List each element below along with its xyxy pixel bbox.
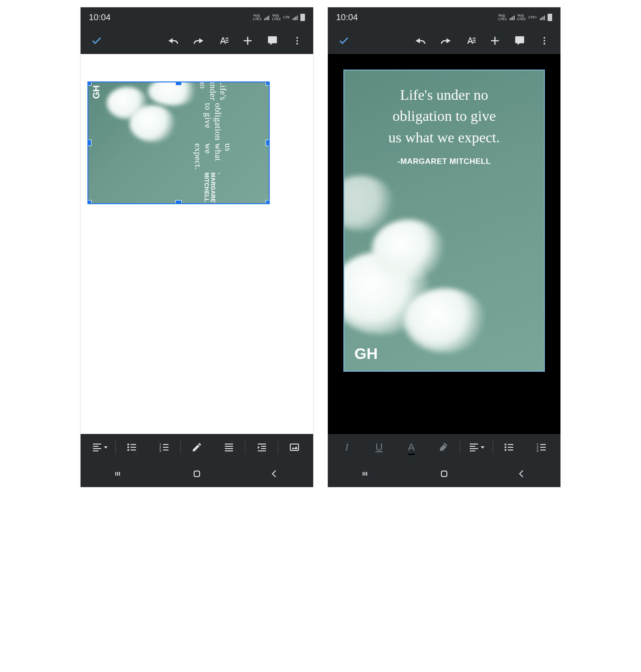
resize-handle-br[interactable] xyxy=(266,200,270,204)
signal-icon xyxy=(293,15,298,20)
text-format-button[interactable] xyxy=(460,30,481,51)
numbered-list-button[interactable]: 123 xyxy=(525,437,558,458)
sim1-label: Vo)) LTE1 xyxy=(498,14,507,21)
svg-text:3: 3 xyxy=(537,449,538,452)
recents-button[interactable] xyxy=(106,465,133,483)
svg-rect-16 xyxy=(473,42,476,43)
bullet-list-button[interactable] xyxy=(116,437,148,458)
svg-rect-12 xyxy=(290,444,299,450)
net-label: LTE xyxy=(283,16,290,19)
align-button[interactable] xyxy=(83,437,115,458)
indent-button[interactable] xyxy=(245,437,277,458)
redo-button[interactable] xyxy=(435,30,456,51)
svg-text:1: 1 xyxy=(537,443,538,446)
resize-handle-tr[interactable] xyxy=(266,81,270,86)
bullet-list-icon xyxy=(504,442,515,453)
resize-handle-bm[interactable] xyxy=(175,200,182,204)
svg-rect-1 xyxy=(225,40,228,41)
svg-rect-13 xyxy=(194,471,200,477)
net-label: LTE+ xyxy=(528,16,537,19)
pencil-icon xyxy=(191,442,202,453)
back-icon xyxy=(269,468,280,479)
comment-button[interactable] xyxy=(509,30,530,51)
undo-button[interactable] xyxy=(410,30,431,51)
done-button[interactable] xyxy=(86,30,107,51)
highlight-button[interactable] xyxy=(428,437,460,458)
brand-logo: GH xyxy=(354,345,378,363)
check-icon xyxy=(338,35,350,47)
svg-text:2: 2 xyxy=(159,446,161,449)
redo-icon xyxy=(192,35,204,47)
phone-right: 10:04 Vo)) LTE1 Vo)) LTE2 LTE+ xyxy=(327,7,561,488)
text-format-button[interactable] xyxy=(212,30,234,51)
resize-handle-mr[interactable] xyxy=(266,140,270,146)
signal-icon xyxy=(510,15,515,20)
svg-text:2: 2 xyxy=(537,446,538,449)
resize-handle-tm[interactable] xyxy=(175,81,182,86)
add-button[interactable] xyxy=(237,30,258,51)
battery-icon xyxy=(548,14,552,21)
selected-image[interactable]: GH Life's under no obligation to give us… xyxy=(87,81,270,204)
home-icon xyxy=(439,468,450,479)
format-toolbar: I U A 123 xyxy=(328,434,560,461)
svg-text:1: 1 xyxy=(159,443,161,446)
document-canvas-dark[interactable]: Life's under no obligation to give us wh… xyxy=(328,54,560,434)
italic-button[interactable]: I xyxy=(331,437,363,458)
resize-handle-bl[interactable] xyxy=(87,200,92,204)
svg-rect-14 xyxy=(473,38,476,39)
check-icon xyxy=(91,35,103,47)
align-left-icon xyxy=(92,442,103,453)
add-button[interactable] xyxy=(484,30,505,51)
svg-rect-0 xyxy=(225,38,228,39)
font-color-button[interactable]: A xyxy=(395,437,428,458)
svg-rect-15 xyxy=(473,40,476,41)
svg-text:3: 3 xyxy=(159,449,161,452)
resize-handle-tl[interactable] xyxy=(87,81,92,86)
svg-point-18 xyxy=(543,40,545,42)
justify-button[interactable] xyxy=(213,437,245,458)
svg-point-4 xyxy=(296,40,298,42)
app-toolbar xyxy=(328,27,560,54)
flower-decoration xyxy=(404,288,486,352)
align-button[interactable] xyxy=(460,437,493,458)
app-toolbar xyxy=(81,27,313,54)
resize-handle-ml[interactable] xyxy=(87,140,92,146)
comment-button[interactable] xyxy=(262,30,283,51)
document-canvas[interactable]: GH Life's under no obligation to give us… xyxy=(81,54,313,434)
signal-icon xyxy=(540,15,545,20)
recents-button[interactable] xyxy=(353,465,380,483)
image-button[interactable] xyxy=(278,437,310,458)
edit-button[interactable] xyxy=(181,437,213,458)
system-nav-bar xyxy=(328,461,560,487)
selected-image-upright[interactable]: Life's under no obligation to give us wh… xyxy=(343,70,545,372)
more-vertical-icon xyxy=(292,36,302,46)
redo-button[interactable] xyxy=(188,30,209,51)
status-right: Vo)) LTE1 Vo)) LTE2 LTE+ xyxy=(498,14,552,21)
status-bar: 10:04 Vo)) LTE1 Vo)) LTE2 LTE xyxy=(81,7,313,27)
bullet-list-button[interactable] xyxy=(493,437,526,458)
underline-button[interactable]: U xyxy=(363,437,396,458)
home-button[interactable] xyxy=(430,465,458,483)
indent-icon xyxy=(256,442,267,453)
align-left-icon xyxy=(468,442,479,453)
phone-left: 10:04 Vo)) LTE1 Vo)) LTE2 LTE xyxy=(80,7,314,488)
status-right: Vo)) LTE1 Vo)) LTE2 LTE xyxy=(253,14,305,21)
numbered-list-button[interactable]: 123 xyxy=(148,437,180,458)
svg-point-3 xyxy=(296,37,298,39)
svg-point-21 xyxy=(505,446,506,448)
done-button[interactable] xyxy=(333,30,354,51)
back-button[interactable] xyxy=(508,465,535,483)
undo-button[interactable] xyxy=(163,30,184,51)
more-button[interactable] xyxy=(287,30,308,51)
chevron-down-icon xyxy=(104,446,108,449)
text-format-icon xyxy=(217,35,229,47)
quote-text-rotated: Life's under no obligation to give us wh… xyxy=(162,87,264,199)
more-button[interactable] xyxy=(534,30,555,51)
svg-rect-26 xyxy=(441,471,447,477)
image-icon xyxy=(289,442,300,453)
comment-icon xyxy=(514,35,526,47)
font-color-icon: A xyxy=(408,441,415,453)
back-button[interactable] xyxy=(261,465,288,483)
status-time: 10:04 xyxy=(336,12,358,22)
home-button[interactable] xyxy=(183,465,211,483)
